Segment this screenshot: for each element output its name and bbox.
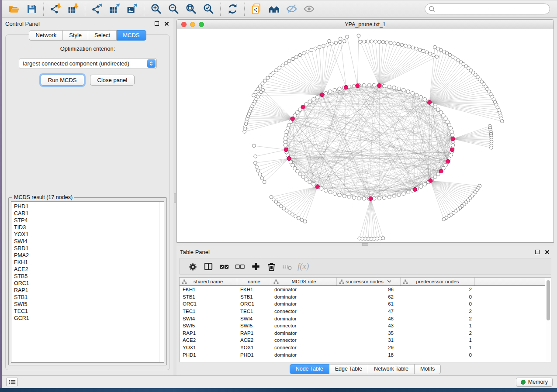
mcds-node-item[interactable]: CAR1 (14, 210, 164, 217)
float-panel-button[interactable] (153, 21, 160, 27)
optimization-criterion-select[interactable]: largest connected component (undirected) (19, 58, 157, 69)
table-row[interactable]: STB1STB1dominator620 (180, 293, 545, 301)
table-panel-tabs: Node TableEdge TableNetwork TableMotifs (176, 362, 554, 375)
column-label: successor nodes (346, 279, 383, 284)
list-scrollbar[interactable] (159, 202, 159, 362)
column-header-name[interactable]: name (237, 278, 271, 285)
delete-column-disabled-icon (282, 261, 292, 272)
export-network-button[interactable] (88, 2, 106, 17)
mcds-node-item[interactable]: SWI4 (14, 238, 164, 245)
mcds-node-item[interactable]: TID3 (14, 224, 164, 231)
mcds-node-item[interactable]: PMA2 (14, 252, 164, 259)
table-row[interactable]: FKH1FKH1dominator962 (180, 286, 545, 293)
panels-menu-button[interactable] (6, 378, 18, 386)
new-network-from-selection-button[interactable] (248, 2, 265, 17)
network-canvas[interactable] (177, 29, 554, 242)
add-row-icon (251, 261, 261, 272)
checks-off-button[interactable] (232, 260, 248, 273)
close-panel-button[interactable] (163, 21, 170, 27)
horizontal-splitter[interactable] (176, 243, 554, 246)
hide-selected-button[interactable] (283, 2, 300, 17)
table-row[interactable]: ACE2ACE2connector311 (180, 337, 545, 344)
zoom-selected-icon (203, 3, 214, 15)
vertical-splitter[interactable] (173, 18, 176, 375)
table-row[interactable]: PHD1PHD1dominator180 (180, 351, 545, 358)
export-table-button[interactable] (106, 2, 123, 17)
mcds-result-list[interactable]: PHD1CAR1STP4TID3YOX1SWI4SRD1PMA2FKH1ACE2… (11, 201, 164, 363)
mcds-result-groupbox: MCDS result (17 nodes) PHD1CAR1STP4TID3Y… (8, 197, 167, 365)
table-row[interactable]: RAP1RAP1dominator352 (180, 330, 545, 337)
close-table-panel-button[interactable] (543, 249, 550, 255)
gear-button[interactable] (185, 260, 201, 273)
table-panel-title: Table Panel (180, 249, 210, 255)
toolbar-separator (43, 3, 44, 16)
checks-off-icon (235, 261, 245, 272)
column-header-predecessor-nodes[interactable]: predecessor nodes (401, 278, 475, 285)
mcds-node-item[interactable]: TEC1 (14, 308, 164, 315)
export-image-button[interactable] (123, 2, 141, 17)
splitter-grip[interactable] (362, 243, 368, 246)
cell-predecessor-nodes: 0 (401, 300, 475, 308)
zoom-fit-button[interactable] (182, 2, 200, 17)
scrollbar-thumb[interactable] (547, 280, 550, 320)
table-tab-edge-table[interactable]: Edge Table (329, 364, 368, 374)
table-row[interactable]: ORC1ORC1dominator610 (180, 300, 545, 308)
node-table-grid[interactable]: shared namenameMCDS rolesuccessor nodesp… (180, 278, 545, 362)
column-type-icon (403, 279, 408, 284)
mcds-node-item[interactable]: PHD1 (14, 203, 164, 210)
tab-network[interactable]: Network (29, 30, 63, 41)
table-row[interactable]: TEC1TEC1connector472 (180, 308, 545, 315)
column-header-shared-name[interactable]: shared name (180, 278, 237, 285)
mcds-node-item[interactable]: SWI5 (14, 301, 164, 308)
mcds-node-item[interactable]: RAP1 (14, 287, 164, 294)
float-table-panel-button[interactable] (534, 249, 541, 255)
zoom-out-button[interactable] (165, 2, 182, 17)
cell-MCDS-role: dominator (271, 300, 337, 308)
table-row[interactable]: YOX1YOX1connector291 (180, 344, 545, 351)
run-mcds-button[interactable]: Run MCDS (41, 75, 84, 86)
table-scrollbar[interactable] (545, 278, 551, 362)
mcds-node-item[interactable]: STB5 (14, 273, 164, 280)
table-row[interactable]: SWI4SWI4dominator462 (180, 315, 545, 322)
new-network-from-selection-icon (251, 3, 263, 15)
table-tab-network-table[interactable]: Network Table (368, 364, 415, 374)
mcds-node-item[interactable]: ACE2 (14, 266, 164, 273)
mcds-node-item[interactable]: STP4 (14, 217, 164, 224)
search-input[interactable] (437, 6, 546, 12)
table-tab-node-table[interactable]: Node Table (290, 364, 329, 374)
apply-layout-button[interactable] (224, 2, 241, 17)
zoom-in-button[interactable] (147, 2, 165, 17)
tab-mcds[interactable]: MCDS (117, 30, 146, 41)
mcds-node-item[interactable]: ORC1 (14, 280, 164, 287)
control-panel: Control Panel NetworkStyleSelectMCDS Opt… (2, 18, 173, 375)
split-columns-button[interactable] (201, 260, 216, 273)
search-box[interactable] (425, 3, 550, 14)
cell-shared-name: YOX1 (180, 344, 237, 351)
splitter-grip[interactable] (174, 193, 176, 203)
memory-button[interactable]: Memory (516, 378, 553, 387)
tab-style[interactable]: Style (63, 30, 88, 41)
column-header-MCDS-role[interactable]: MCDS role (271, 278, 337, 285)
mcds-node-item[interactable]: YOX1 (14, 231, 164, 238)
save-session-button[interactable] (23, 2, 40, 17)
mcds-node-item[interactable]: GCR1 (14, 315, 164, 322)
tab-select[interactable]: Select (88, 30, 117, 41)
close-mcds-panel-button[interactable]: Close panel (90, 75, 135, 86)
import-table-button[interactable] (64, 2, 82, 17)
trash-button[interactable] (263, 260, 279, 273)
table-tab-motifs[interactable]: Motifs (415, 364, 441, 374)
network-graph (177, 29, 554, 242)
mcds-node-item[interactable]: SRD1 (14, 245, 164, 252)
mcds-node-item[interactable]: STB1 (14, 294, 164, 301)
open-file-button[interactable] (5, 2, 23, 17)
checks-on-button[interactable] (216, 260, 232, 273)
show-all-button[interactable] (300, 2, 318, 17)
column-header-successor-nodes[interactable]: successor nodes (337, 278, 401, 285)
network-window-titlebar[interactable]: YPA_prune.txt_1 (177, 20, 554, 29)
add-row-button[interactable] (248, 260, 263, 273)
first-neighbors-button[interactable] (265, 2, 283, 17)
mcds-node-item[interactable]: FKH1 (14, 259, 164, 266)
zoom-selected-button[interactable] (200, 2, 217, 17)
import-network-button[interactable] (47, 2, 64, 17)
table-row[interactable]: SWI5SWI5connector431 (180, 322, 545, 330)
